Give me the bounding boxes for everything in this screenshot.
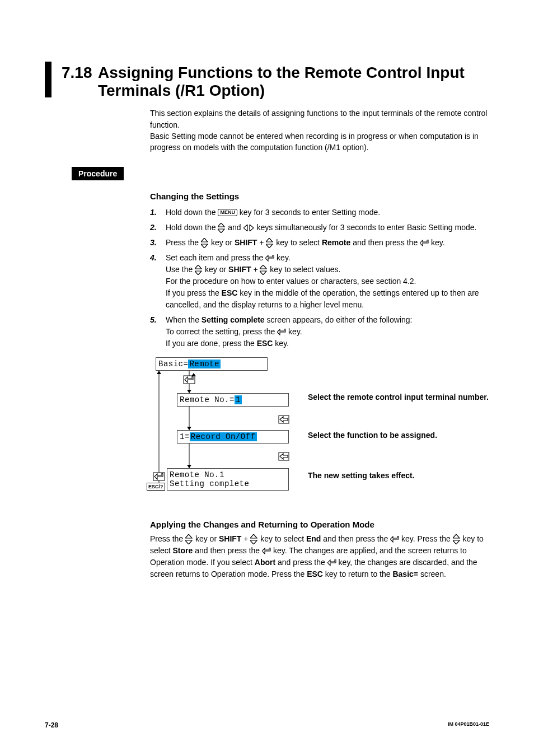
text: and then press the <box>195 546 262 555</box>
enter-key-icon <box>390 536 399 543</box>
basic-label: Basic= <box>392 570 418 578</box>
enter-key-icon <box>327 559 336 566</box>
esc-key-icon: ESC/? <box>147 483 165 491</box>
step-text: If you press the <box>166 288 222 297</box>
esc-key-label: ESC <box>222 288 238 297</box>
left-right-key-icon <box>243 225 255 231</box>
up-down-key-icon <box>218 223 226 233</box>
lcd-screen-remote-no: Remote No.=1 <box>177 393 289 407</box>
text: and then press the <box>323 534 390 543</box>
lcd-screen-function: 1=Record On/Off <box>177 430 289 444</box>
lcd-screen-complete: Remote No.1 Setting complete <box>167 468 289 491</box>
remote-label: Remote <box>322 238 350 247</box>
text: key to select <box>260 534 306 543</box>
abort-label: Abort <box>255 558 275 567</box>
text: + <box>243 534 250 543</box>
step-text: Set each item and press the <box>166 253 265 262</box>
up-down-key-icon <box>201 238 209 248</box>
lcd-screen-basic: Basic=Remote <box>156 357 268 371</box>
enter-key-icon <box>265 255 274 262</box>
enter-key-icon <box>277 329 286 335</box>
up-down-key-icon <box>250 534 258 544</box>
text: screen. <box>420 570 446 578</box>
text: and press the <box>278 558 327 567</box>
step-text: key for 3 seconds to enter Setting mode. <box>240 208 380 217</box>
text: key. Press the <box>401 534 453 543</box>
step-text: key. <box>431 238 445 247</box>
step-number: 1. <box>150 207 166 218</box>
lcd-highlight: 1 <box>235 395 242 404</box>
diagram-label-function: Select the function to be assigned. <box>308 430 437 441</box>
store-label: Store <box>172 546 193 555</box>
step-text: keys simultaneously for 3 seconds to ent… <box>256 223 476 232</box>
step-text: key. <box>288 327 302 336</box>
step-text: Press the <box>166 238 201 247</box>
intro-paragraph: This section explains the details of ass… <box>150 108 489 153</box>
step-3: 3. Press the key or SHIFT + key to selec… <box>150 237 489 249</box>
step-number: 3. <box>150 237 166 249</box>
page-number: 7-28 <box>45 721 58 729</box>
lcd-text: Remote No.= <box>180 395 235 404</box>
enter-key-icon <box>262 548 271 554</box>
step-5: 5. When the Setting complete screen appe… <box>150 314 489 349</box>
text: key to return to the <box>325 570 393 578</box>
diagram-label-effect: The new setting takes effect. <box>308 470 415 482</box>
lcd-text: Setting complete <box>170 479 249 488</box>
step-text: Hold down the <box>166 223 218 232</box>
end-label: End <box>306 534 321 543</box>
esc-key-label: ESC <box>307 570 323 578</box>
step-text: To correct the setting, press the <box>166 327 277 336</box>
lcd-text: Basic= <box>158 360 188 368</box>
menu-key-icon: MENU <box>218 209 237 216</box>
step-text: screen appears, do either of the followi… <box>267 315 413 324</box>
setting-complete-label: Setting complete <box>202 315 265 324</box>
up-down-key-icon <box>453 534 461 544</box>
up-down-key-icon <box>195 265 203 275</box>
document-id: IM 04P01B01-01E <box>448 721 489 729</box>
step-1: 1. Hold down the MENU key for 3 seconds … <box>150 207 489 218</box>
step-text: + <box>259 238 266 247</box>
step-text: and <box>228 223 243 232</box>
diagram-label-terminal: Select the remote control input terminal… <box>308 392 489 403</box>
lcd-highlight: Record On/Off <box>190 432 257 441</box>
text: key or <box>195 534 219 543</box>
step-text: and then press the <box>353 238 420 247</box>
enter-key-icon <box>420 240 429 246</box>
step-number: 4. <box>150 252 166 311</box>
step-text: If you are done, press the <box>166 339 257 348</box>
step-text: For the procedure on how to enter values… <box>166 277 416 286</box>
up-down-key-icon <box>266 238 274 248</box>
menu-flow-diagram: Basic=Remote Remote No.=1 1=Record On/Of… <box>150 357 301 503</box>
section-accent-bar <box>45 62 51 97</box>
text: Press the <box>150 534 185 543</box>
section-number: 7.18 <box>62 64 98 82</box>
step-text: + <box>253 265 260 274</box>
shift-key-label: SHIFT <box>219 534 241 543</box>
step-text: key or <box>211 238 235 247</box>
up-down-key-icon <box>260 265 268 275</box>
lcd-text: Remote No.1 <box>170 470 224 479</box>
step-text: When the <box>166 315 202 324</box>
up-down-key-icon <box>185 534 193 544</box>
step-text: key to select values. <box>270 265 340 274</box>
step-text: key or <box>205 265 228 274</box>
step-text: Hold down the <box>166 208 218 217</box>
step-2: 2. Hold down the and keys simultaneously… <box>150 222 489 234</box>
shift-key-label: SHIFT <box>235 238 257 247</box>
changing-settings-heading: Changing the Settings <box>150 192 489 201</box>
step-text: key. <box>277 253 291 262</box>
step-text: key. <box>275 339 289 348</box>
procedure-heading: Procedure <box>72 167 124 180</box>
section-title: Assigning Functions to the Remote Contro… <box>98 64 489 100</box>
applying-heading: Applying the Changes and Returning to Op… <box>150 519 489 531</box>
lcd-highlight: Remote <box>188 360 220 368</box>
step-text: Use the <box>166 265 195 274</box>
esc-key-label: ESC <box>257 339 273 348</box>
step-text: key to select <box>276 238 322 247</box>
shift-key-label: SHIFT <box>228 265 251 274</box>
step-number: 5. <box>150 314 166 349</box>
applying-paragraph: Press the key or SHIFT + key to select E… <box>150 533 489 580</box>
lcd-text: 1= <box>180 432 190 441</box>
step-4: 4. Set each item and press the key. Use … <box>150 252 489 311</box>
step-number: 2. <box>150 222 166 234</box>
